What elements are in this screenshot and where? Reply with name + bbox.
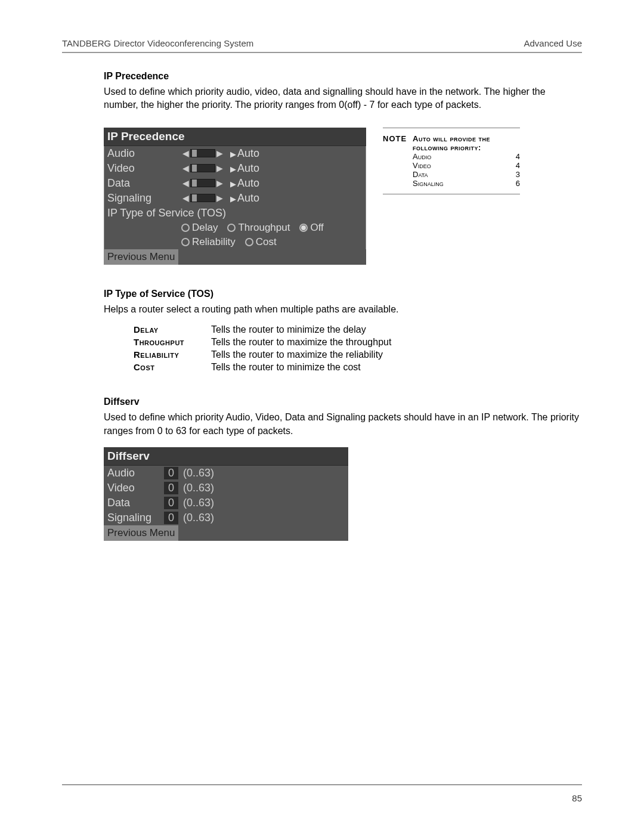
arrow-right-icon[interactable]: ▶ xyxy=(215,193,224,203)
radio-icon xyxy=(181,238,190,246)
section-title-tos: IP Type of Service (TOS) xyxy=(104,289,582,299)
ip-precedence-row: IP Precedence Audio ◀ ▶ ▶Auto Video ◀ ▶ … xyxy=(104,128,582,265)
body-diffserv: Used to define which priority Audio, Vid… xyxy=(104,411,582,438)
radio-icon xyxy=(181,224,190,232)
menu-sub-title: IP Type of Service (TOS) xyxy=(104,206,366,221)
slider[interactable]: ◀ ▶ xyxy=(181,178,224,188)
tos-options-row2: Reliability Cost xyxy=(104,235,366,249)
note-box: NOTE Auto will provide the following pri… xyxy=(383,128,520,194)
def-key: Throughput xyxy=(134,337,211,348)
def-value: Tells the router to maximize the through… xyxy=(211,337,582,348)
diffserv-range: (0..63) xyxy=(183,467,214,479)
def-row: Delay Tells the router to minimize the d… xyxy=(134,324,582,335)
slider[interactable]: ◀ ▶ xyxy=(181,193,224,203)
diffserv-row-audio[interactable]: Audio 0 (0..63) xyxy=(104,466,348,481)
note-entry-value: 3 xyxy=(508,170,520,179)
menu-row-video[interactable]: Video ◀ ▶ ▶Auto xyxy=(104,161,366,176)
def-key: Reliability xyxy=(134,349,211,360)
note-entry: Data 3 xyxy=(413,170,520,179)
arrow-right-icon[interactable]: ▶ xyxy=(215,163,224,173)
arrow-left-icon[interactable]: ◀ xyxy=(181,178,190,188)
radio-cost[interactable]: Cost xyxy=(245,236,277,248)
arrow-right-icon[interactable]: ▶ xyxy=(215,178,224,188)
radio-label: Off xyxy=(310,222,323,234)
def-key: Cost xyxy=(134,362,211,373)
menu-row-audio[interactable]: Audio ◀ ▶ ▶Auto xyxy=(104,146,366,161)
diffserv-value-input[interactable]: 0 xyxy=(164,497,178,509)
note-entry: Signaling 6 xyxy=(413,179,520,188)
diffserv-range: (0..63) xyxy=(183,497,214,509)
header-right: Advanced Use xyxy=(524,38,582,48)
diffserv-row-label: Signaling xyxy=(107,512,164,524)
menu-row-label: Audio xyxy=(107,147,181,160)
radio-delay[interactable]: Delay xyxy=(181,222,218,234)
page-header: TANDBERG Director Videoconferencing Syst… xyxy=(62,38,582,53)
diffserv-menu: Diffserv Audio 0 (0..63) Video 0 (0..63)… xyxy=(104,447,348,541)
play-icon: ▶ xyxy=(230,194,237,203)
body-tos: Helps a router select a routing path whe… xyxy=(104,303,582,316)
menu-row-data[interactable]: Data ◀ ▶ ▶Auto xyxy=(104,176,366,191)
note-entry-name: Video xyxy=(413,161,508,170)
note-header: Auto will provide the following priority… xyxy=(413,134,520,152)
radio-icon xyxy=(227,224,236,232)
diffserv-row-data[interactable]: Data 0 (0..63) xyxy=(104,496,348,510)
diffserv-value-input[interactable]: 0 xyxy=(164,482,178,494)
diffserv-range: (0..63) xyxy=(183,512,214,524)
def-row: Cost Tells the router to minimize the co… xyxy=(134,362,582,373)
note-entry: Audio 4 xyxy=(413,152,520,161)
previous-menu-button[interactable]: Previous Menu xyxy=(104,525,178,541)
radio-throughput[interactable]: Throughput xyxy=(227,222,290,234)
note-entry-name: Signaling xyxy=(413,179,508,188)
previous-menu-button[interactable]: Previous Menu xyxy=(104,249,178,265)
diffserv-value-input[interactable]: 0 xyxy=(164,467,178,479)
note-entry-name: Data xyxy=(413,170,508,179)
def-row: Reliability Tells the router to maximize… xyxy=(134,349,582,360)
tos-definitions: Delay Tells the router to minimize the d… xyxy=(134,324,582,373)
bottom-rule xyxy=(62,784,582,785)
def-value: Tells the router to minimize the delay xyxy=(211,324,582,335)
radio-label: Cost xyxy=(256,236,277,248)
slider[interactable]: ◀ ▶ xyxy=(181,163,224,173)
radio-icon xyxy=(245,238,253,246)
def-key: Delay xyxy=(134,324,211,335)
menu-row-value: Auto xyxy=(237,177,259,189)
diffserv-row-signaling[interactable]: Signaling 0 (0..63) xyxy=(104,510,348,525)
page-number: 85 xyxy=(572,793,582,803)
tos-options-row1: Delay Throughput Off xyxy=(104,221,366,235)
arrow-left-icon[interactable]: ◀ xyxy=(181,193,190,203)
page: TANDBERG Director Videoconferencing Syst… xyxy=(0,0,644,833)
radio-icon xyxy=(299,224,308,232)
diffserv-row-video[interactable]: Video 0 (0..63) xyxy=(104,481,348,496)
body-ip-precedence: Used to define which priority audio, vid… xyxy=(104,85,582,112)
def-value: Tells the router to maximize the reliabi… xyxy=(211,349,582,360)
menu-row-label: Signaling xyxy=(107,192,181,205)
menu-title: IP Precedence xyxy=(104,128,366,146)
diffserv-value-input[interactable]: 0 xyxy=(164,512,178,524)
menu-row-signaling[interactable]: Signaling ◀ ▶ ▶Auto xyxy=(104,191,366,206)
arrow-right-icon[interactable]: ▶ xyxy=(215,148,224,158)
play-icon: ▶ xyxy=(230,165,237,174)
menu-row-value: Auto xyxy=(237,162,259,174)
diffserv-row-label: Data xyxy=(107,497,164,509)
note-entry-value: 6 xyxy=(508,179,520,188)
radio-reliability[interactable]: Reliability xyxy=(181,236,236,248)
radio-label: Delay xyxy=(192,222,218,234)
diffserv-range: (0..63) xyxy=(183,482,214,494)
menu-title: Diffserv xyxy=(104,447,348,466)
radio-label: Reliability xyxy=(192,236,236,248)
arrow-left-icon[interactable]: ◀ xyxy=(181,163,190,173)
arrow-left-icon[interactable]: ◀ xyxy=(181,148,190,158)
slider[interactable]: ◀ ▶ xyxy=(181,148,224,158)
note-entry-name: Audio xyxy=(413,152,508,161)
note-entry: Video 4 xyxy=(413,161,520,170)
menu-row-value: Auto xyxy=(237,147,259,159)
ip-precedence-menu: IP Precedence Audio ◀ ▶ ▶Auto Video ◀ ▶ … xyxy=(104,128,366,265)
note-label: NOTE xyxy=(383,134,413,152)
play-icon: ▶ xyxy=(230,179,237,188)
radio-off[interactable]: Off xyxy=(299,222,323,234)
diffserv-row-label: Audio xyxy=(107,467,164,479)
section-title-ip-precedence: IP Precedence xyxy=(104,71,582,82)
play-icon: ▶ xyxy=(230,150,237,159)
menu-row-label: Video xyxy=(107,162,181,175)
radio-label: Throughput xyxy=(238,222,290,234)
